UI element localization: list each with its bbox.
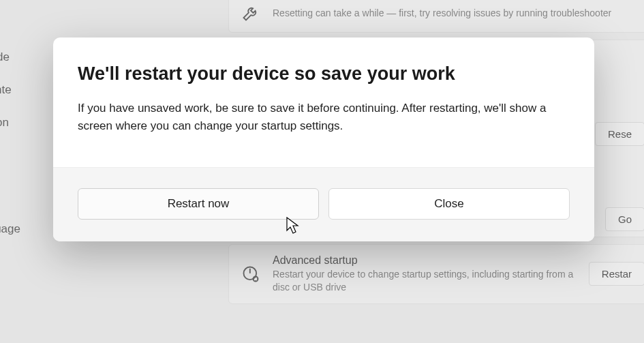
restart-dialog: We'll restart your device so save your w… <box>53 38 594 241</box>
dialog-footer: Restart now Close <box>53 167 594 241</box>
dialog-message: If you have unsaved work, be sure to sav… <box>78 100 570 136</box>
close-button[interactable]: Close <box>328 188 570 220</box>
dialog-title: We'll restart your device so save your w… <box>78 63 570 85</box>
restart-now-button[interactable]: Restart now <box>78 188 319 220</box>
dialog-body: We'll restart your device so save your w… <box>53 38 594 167</box>
